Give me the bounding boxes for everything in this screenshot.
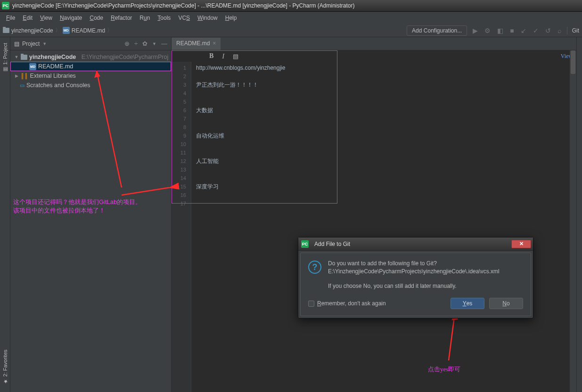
search-icon[interactable]: ⌕ [557, 27, 562, 34]
left-tool-strip: ▤1: Project ★2: Favorites [0, 37, 10, 392]
add-configuration-button[interactable]: Add Configuration... [407, 25, 467, 36]
project-header: ▤ Project ▼ ⊕ ÷ ✿ ▼ — [10, 37, 171, 50]
remember-checkbox[interactable]: Remember, don't ask again [308, 300, 386, 307]
menu-file[interactable]: File [3, 13, 18, 23]
dropdown-icon[interactable]: ▼ [152, 41, 156, 46]
dialog-title: Add File to Git [314, 241, 350, 247]
tree-project-root[interactable]: ▼ yinzhengjieCode E:\YinzhengjieCode\Pyc… [10, 52, 171, 62]
question-icon: ? [308, 261, 321, 274]
breadcrumb-sep: 〉 [55, 26, 61, 34]
debug-icon[interactable]: ⚙ [484, 27, 492, 34]
code-editor[interactable]: 1234567891011121314151617 http://www.cnb… [172, 62, 576, 392]
app-icon: PC [2, 2, 9, 9]
hide-icon[interactable]: — [161, 40, 167, 47]
right-tool-strip [576, 37, 582, 392]
library-icon: ║║ [21, 73, 28, 79]
menu-run[interactable]: Run [136, 13, 153, 23]
menu-navigate[interactable]: Navigate [57, 13, 85, 23]
dropdown-icon[interactable]: ▼ [42, 41, 47, 46]
project-title[interactable]: Project [22, 41, 40, 47]
vertical-scrollbar[interactable] [570, 50, 576, 392]
menu-tools[interactable]: Tools [154, 13, 174, 23]
stop-icon[interactable]: ■ [509, 27, 515, 34]
menu-edit[interactable]: Edit [19, 13, 36, 23]
breadcrumb-file[interactable]: MD README.md [63, 27, 105, 34]
tree-external-libraries[interactable]: ▶ ║║ External Libraries [10, 71, 171, 81]
folder-icon [21, 55, 27, 60]
navigation-bar: yinzhengjieCode 〉 MD README.md 〉 Add Con… [0, 24, 582, 37]
window-titlebar: PC yinzhengjieCode [E:\YinzhengjieCode\P… [0, 0, 582, 12]
folder-icon [3, 28, 9, 33]
yes-button[interactable]: Yes [451, 298, 484, 309]
git-label[interactable]: Git [572, 27, 579, 34]
dialog-close-button[interactable]: ✕ [511, 240, 531, 248]
close-icon[interactable]: × [213, 40, 216, 47]
image-icon[interactable]: ▧ [233, 53, 238, 60]
editor-tabbar: README.md × [172, 37, 576, 50]
checkbox-icon[interactable] [308, 301, 314, 307]
menu-vcs[interactable]: VCS [175, 13, 193, 23]
markdown-icon: MD [63, 27, 70, 34]
run-icon[interactable]: ▶ [472, 27, 479, 34]
tree-file-readme[interactable]: MD README.md [10, 62, 171, 71]
menu-view[interactable]: View [37, 13, 56, 23]
line-numbers: 1234567891011121314151617 [172, 62, 191, 392]
chevron-right-icon[interactable]: ▶ [14, 74, 19, 78]
menu-help[interactable]: Help [222, 13, 240, 23]
project-tool-icon: ▤ [14, 41, 19, 47]
tool-tab-project[interactable]: ▤1: Project [1, 40, 9, 75]
add-file-to-git-dialog: PC Add File to Git ✕ ? Do you want to ad… [298, 237, 533, 318]
scrollbar-thumb[interactable] [571, 50, 575, 74]
menu-code[interactable]: Code [86, 13, 107, 23]
window-title: yinzhengjieCode [E:\YinzhengjieCode\Pych… [12, 2, 355, 9]
target-icon[interactable]: ⊕ [124, 40, 130, 47]
gear-icon[interactable]: ✿ [142, 40, 148, 47]
markdown-toolbar: B I ▧ View [172, 50, 576, 62]
editor-tab-readme[interactable]: README.md × [172, 38, 221, 50]
tool-tab-favorites[interactable]: ★2: Favorites [1, 347, 9, 387]
editor-area: README.md × B I ▧ View 12345678910111213… [172, 37, 576, 392]
menu-window[interactable]: Window [194, 13, 221, 23]
history-icon[interactable]: ↺ [544, 27, 552, 34]
update-icon[interactable]: ↙ [520, 27, 527, 34]
menu-bar: File Edit View Navigate Code Refactor Ru… [0, 12, 582, 24]
breadcrumb-sep: 〉 [107, 26, 113, 34]
dialog-titlebar[interactable]: PC Add File to Git ✕ [298, 237, 533, 251]
coverage-icon[interactable]: ◧ [496, 27, 504, 34]
menu-refactor[interactable]: Refactor [107, 13, 135, 23]
chevron-down-icon[interactable]: ▼ [14, 55, 19, 59]
annotation-text-1: 这个项目还记得吗？他就是我们GitLab的项目。 该项目中的文件也被拉倒本地了！ [13, 198, 141, 215]
collapse-icon[interactable]: ÷ [134, 40, 138, 47]
bold-icon[interactable]: B [209, 52, 213, 60]
no-button[interactable]: No [489, 298, 523, 309]
commit-icon[interactable]: ✓ [532, 27, 540, 34]
app-icon: PC [301, 240, 309, 248]
project-tree: ▼ yinzhengjieCode E:\YinzhengjieCode\Pyc… [10, 50, 171, 92]
breadcrumb: yinzhengjieCode 〉 MD README.md 〉 [3, 26, 113, 34]
scratches-icon: ▭ [20, 82, 25, 89]
tree-scratches[interactable]: ▭ Scratches and Consoles [10, 81, 171, 90]
dialog-message: Do you want to add the following file to… [328, 260, 500, 290]
italic-icon[interactable]: I [222, 52, 224, 60]
annotation-text-2: 点击yes即可 [428, 365, 460, 374]
code-content[interactable]: http://www.cnblogs.com/yinzhengjie 尹正杰到此… [191, 62, 576, 392]
markdown-icon: MD [29, 63, 36, 70]
breadcrumb-root[interactable]: yinzhengjieCode [3, 27, 53, 34]
